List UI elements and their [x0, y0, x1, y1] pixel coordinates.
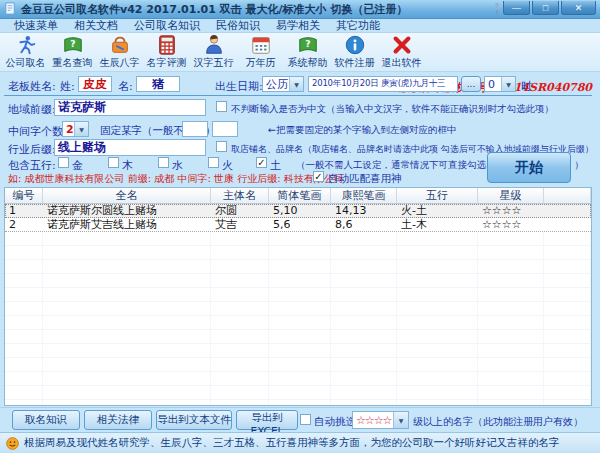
date-more-button[interactable]: ... — [461, 76, 481, 92]
menu-item-folk-knowledge[interactable]: 民俗知识 — [208, 18, 268, 33]
cell-number: 2 — [5, 218, 43, 231]
middle-count-select[interactable]: 2 ▼ — [62, 121, 89, 137]
chevron-down-icon[interactable]: ▼ — [74, 122, 88, 136]
menu-item-quick[interactable]: 快速菜单 — [6, 18, 66, 33]
wuxing-gold-checkbox[interactable] — [58, 157, 69, 168]
table-empty-row — [5, 330, 591, 344]
wuxing-water-checkbox[interactable] — [158, 157, 169, 168]
empty-cell — [43, 288, 211, 302]
toolbar-calendar[interactable]: 万年历 — [237, 34, 284, 70]
header-simplified-strokes[interactable]: 简体笔画 — [269, 188, 331, 204]
menu-item-yixue[interactable]: 易学相关 — [268, 18, 328, 33]
cell-simplified-strokes: 5,6 — [269, 218, 331, 231]
cell-kangxi-strokes: 14,13 — [331, 204, 397, 218]
empty-cell — [397, 386, 478, 400]
empty-cell — [331, 260, 397, 274]
toolbar-name-evaluate[interactable]: 名字评测 — [143, 34, 190, 70]
header-stars[interactable]: 星级 — [478, 188, 544, 204]
industry-suffix-input[interactable]: 线上赌场 — [54, 139, 206, 156]
auto-match-checkbox[interactable]: ✓ — [313, 171, 324, 182]
toolbar-hanzi-wuxing[interactable]: 汉字五行 — [190, 34, 237, 70]
empty-cell — [478, 358, 544, 372]
wuxing-fire-checkbox[interactable] — [208, 157, 219, 168]
empty-cell — [269, 260, 331, 274]
menu-item-docs[interactable]: 相关文档 — [66, 18, 126, 33]
given-name-input[interactable]: 猪 — [136, 76, 180, 92]
empty-cell — [269, 316, 331, 330]
empty-cell — [331, 372, 397, 386]
shop-brand-checkbox[interactable] — [216, 141, 227, 152]
toolbar-birth-bazi[interactable]: 生辰八字 — [96, 34, 143, 70]
surname-input[interactable]: 皮皮 — [78, 76, 112, 92]
auto-pick-checkbox[interactable] — [300, 414, 311, 425]
empty-cell — [5, 358, 43, 372]
empty-cell — [43, 246, 211, 260]
empty-cell — [5, 302, 43, 316]
empty-cell — [478, 274, 544, 288]
empty-cell — [269, 400, 331, 406]
person-icon — [203, 34, 225, 56]
export-excel-button[interactable]: 导出到EXCEL — [236, 410, 298, 430]
calendar-type-select[interactable]: 公历 ▼ — [262, 76, 304, 92]
toolbar-exit[interactable]: 退出软件 — [378, 34, 425, 70]
empty-cell — [544, 358, 591, 372]
chinese-check-checkbox[interactable] — [216, 101, 227, 112]
header-mainname[interactable]: 主体名 — [211, 188, 269, 204]
empty-cell — [478, 330, 544, 344]
chevron-down-icon[interactable]: ▼ — [393, 412, 408, 428]
fixed-char-input-2[interactable] — [212, 121, 238, 137]
start-button[interactable]: 开始 — [487, 152, 571, 183]
header-number[interactable]: 编号 — [5, 188, 43, 204]
export-text-button[interactable]: 导出到文本文件 — [156, 410, 232, 430]
toolbar-help[interactable]: ? 系统帮助 — [284, 34, 331, 70]
boss-name-label: 老板姓名: — [8, 79, 56, 94]
empty-cell — [331, 344, 397, 358]
menu-item-naming-knowledge[interactable]: 公司取名知识 — [126, 18, 208, 33]
empty-cell — [43, 302, 211, 316]
table-row[interactable]: 1 诺克萨斯尔圆线上赌场 尔圆 5,10 14,13 火-土 ☆☆☆☆ — [5, 204, 591, 218]
empty-cell — [211, 400, 269, 406]
pin-icon[interactable] — [493, 0, 501, 14]
hour-select[interactable]: 0 ▼ — [484, 76, 516, 92]
header-kangxi-strokes[interactable]: 康熙笔画 — [331, 188, 397, 204]
wuxing-earth-checkbox[interactable]: ✓ — [256, 157, 267, 168]
empty-cell — [331, 400, 397, 406]
calendar-icon — [250, 34, 272, 56]
results-table: 编号 全名 主体名 简体笔画 康熙笔画 五行 星级 1 诺克萨斯尔圆线上赌场 尔… — [4, 187, 592, 406]
empty-cell — [269, 288, 331, 302]
region-prefix-input[interactable]: 诺克萨斯 — [54, 99, 206, 116]
maximize-button[interactable]: □ — [532, 1, 559, 15]
header-fullname[interactable]: 全名 — [43, 188, 211, 204]
birth-date-input[interactable]: 2010年10月20日 庚寅(虎)九月十三 — [308, 76, 458, 92]
empty-cell — [43, 372, 211, 386]
empty-cell — [544, 372, 591, 386]
region-prefix-label: 地域前缀: — [8, 102, 56, 117]
cell-stars: ☆☆☆☆ — [478, 218, 544, 231]
toolbar-register[interactable]: 软件注册 — [331, 34, 378, 70]
naming-knowledge-button[interactable]: 取名知识 — [12, 410, 80, 430]
star-level-select[interactable]: ☆☆☆☆ ▼ — [352, 411, 409, 429]
minimize-button[interactable]: — — [503, 1, 530, 15]
toolbar-company-naming[interactable]: 公司取名 — [2, 34, 49, 70]
fixed-char-input-1[interactable] — [182, 121, 208, 137]
chinese-check-label: 不判断输入是否为中文（当输入中文汉字，软件不能正确识别时才勾选此项） — [231, 103, 554, 116]
cell-filler — [544, 218, 591, 231]
toolbar-duplicate-search[interactable]: ? 重名查询 — [49, 34, 96, 70]
empty-cell — [269, 344, 331, 358]
table-empty-row — [5, 344, 591, 358]
footer-divider — [0, 407, 600, 408]
chevron-down-icon[interactable]: ▼ — [501, 77, 515, 91]
menu-item-other[interactable]: 其它功能 — [328, 18, 388, 33]
table-row[interactable]: 2 诺克萨斯艾吉线上赌场 艾吉 5,6 8,6 土-木 ☆☆☆☆ — [5, 218, 591, 232]
wuxing-wood-checkbox[interactable] — [108, 157, 119, 168]
empty-cell — [269, 246, 331, 260]
empty-cell — [5, 344, 43, 358]
chevron-down-icon[interactable]: ▼ — [289, 77, 303, 91]
header-wuxing[interactable]: 五行 — [397, 188, 478, 204]
empty-cell — [331, 274, 397, 288]
empty-cell — [269, 274, 331, 288]
empty-cell — [269, 358, 331, 372]
empty-cell — [211, 372, 269, 386]
close-button[interactable]: ✕ — [561, 1, 596, 15]
related-law-button[interactable]: 相关法律 — [84, 410, 152, 430]
